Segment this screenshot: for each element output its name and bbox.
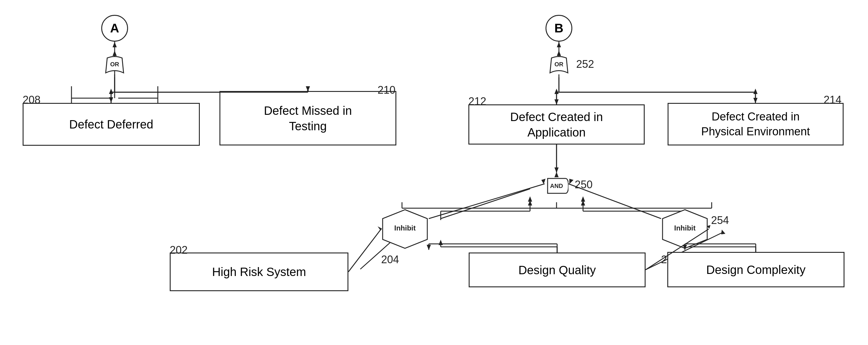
or-gate-2: OR [547, 52, 571, 74]
svg-text:OR: OR [554, 61, 564, 68]
svg-marker-48 [439, 240, 443, 245]
svg-text:AND: AND [550, 183, 563, 189]
label-254: 254 [711, 214, 729, 227]
label-210: 210 [378, 84, 396, 96]
inhibit-gate-2: Inhibit [661, 208, 709, 250]
svg-marker-17 [109, 89, 113, 94]
circle-b: B [546, 15, 572, 42]
label-202: 202 [170, 244, 188, 256]
defect-created-physical-box: Defect Created inPhysical Environment [668, 103, 844, 145]
label-214: 214 [824, 94, 841, 106]
svg-text:Inhibit: Inhibit [394, 224, 416, 232]
svg-text:Inhibit: Inhibit [674, 224, 695, 232]
and-gate: AND [545, 172, 568, 195]
svg-text:OR: OR [110, 61, 119, 68]
high-risk-system-box: High Risk System [170, 252, 348, 291]
label-212: 212 [468, 95, 486, 108]
defect-created-app-box: Defect Created inApplication [468, 104, 645, 144]
diagram-container: A OR Defect Deferred 208 Defect Missed i… [0, 0, 868, 345]
label-208: 208 [23, 94, 40, 106]
label-252: 252 [576, 58, 594, 70]
design-complexity-box: Design Complexity [667, 252, 844, 287]
svg-marker-56 [721, 230, 725, 234]
defect-missed-box: Defect Missed inTesting [219, 91, 396, 145]
svg-marker-43 [528, 196, 532, 202]
svg-marker-27 [753, 89, 757, 94]
defect-deferred-box: Defect Deferred [23, 103, 200, 146]
design-quality-box: Design Quality [469, 252, 646, 287]
or-gate-1: OR [103, 52, 127, 74]
svg-marker-44 [581, 196, 585, 202]
inhibit-gate-1: Inhibit [381, 208, 429, 250]
diagram-svg [0, 0, 868, 345]
svg-marker-26 [554, 89, 559, 94]
label-250: 250 [575, 178, 593, 191]
label-204: 204 [381, 253, 399, 266]
circle-a: A [101, 15, 128, 42]
svg-line-36 [441, 189, 530, 218]
